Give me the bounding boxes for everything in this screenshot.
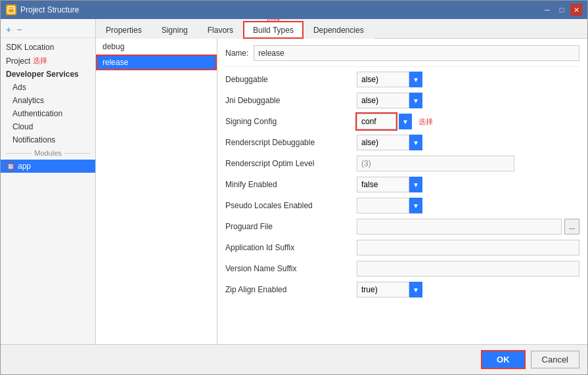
- form-panel: Name: Debuggable ▼ Jni Debuggable: [217, 39, 587, 344]
- minify-enabled-dropdown-group: ▼: [357, 177, 422, 192]
- sidebar-item-analytics[interactable]: Analytics: [1, 94, 95, 107]
- pseudo-locales-input[interactable]: [357, 198, 409, 213]
- zip-align-arrow[interactable]: ▼: [409, 282, 422, 298]
- name-label: Name:: [225, 49, 248, 58]
- project-structure-dialog: Project Structure ─ □ ✕ + − SDK Location…: [0, 0, 588, 375]
- pseudo-locales-label: Pseudo Locales Enabled: [225, 201, 357, 210]
- tab-flavors[interactable]: Flavors: [198, 21, 243, 39]
- tab-build-types-label: Build Types: [253, 26, 294, 35]
- renderscript-debuggable-label: Renderscript Debuggable: [225, 138, 357, 147]
- close-button[interactable]: ✕: [570, 4, 582, 16]
- minimize-button[interactable]: ─: [541, 4, 553, 16]
- sidebar-item-ads[interactable]: Ads: [1, 81, 95, 94]
- app-id-suffix-label: Application Id Suffix: [225, 243, 357, 252]
- sidebar-item-developer-services[interactable]: Developer Services: [1, 68, 95, 81]
- sidebar-toolbar: + −: [1, 22, 95, 38]
- title-bar: Project Structure ─ □ ✕: [1, 1, 587, 19]
- debuggable-dropdown-group: ▼: [357, 72, 422, 87]
- minify-enabled-row: Minify Enabled ▼: [225, 176, 579, 193]
- sidebar-project-label: Project: [6, 56, 30, 66]
- jni-debuggable-row: Jni Debuggable ▼: [225, 92, 579, 109]
- remove-button[interactable]: −: [15, 24, 23, 35]
- window-title: Project Structure: [20, 5, 541, 14]
- pseudo-locales-row: Pseudo Locales Enabled ▼: [225, 197, 579, 214]
- debuggable-input[interactable]: [357, 72, 409, 87]
- build-types-xz: 选择: [266, 19, 281, 24]
- version-name-suffix-row: Version Name Suffix: [225, 260, 579, 277]
- content-area: + − SDK Location Project 选择 Developer Se…: [1, 19, 587, 344]
- sidebar: + − SDK Location Project 选择 Developer Se…: [1, 19, 96, 344]
- cancel-button[interactable]: Cancel: [531, 351, 579, 368]
- tabs-wrapper: Properties Signing Flavors 选择 Build Type…: [96, 19, 587, 39]
- renderscript-debuggable-input[interactable]: [357, 135, 409, 150]
- list-item-release[interactable]: release: [96, 55, 217, 70]
- debuggable-row: Debuggable ▼: [225, 71, 579, 88]
- name-row: Name:: [225, 43, 579, 67]
- renderscript-debuggable-row: Renderscript Debuggable ▼: [225, 134, 579, 151]
- list-item-debug[interactable]: debug: [96, 39, 217, 55]
- tab-content: debug release Name: Debuggable: [96, 39, 587, 344]
- app-id-suffix-row: Application Id Suffix: [225, 239, 579, 256]
- main-area: Properties Signing Flavors 选择 Build Type…: [96, 19, 587, 344]
- sidebar-item-app[interactable]: ▦ app: [1, 160, 95, 173]
- renderscript-debuggable-arrow[interactable]: ▼: [409, 135, 422, 150]
- window-controls: ─ □ ✕: [541, 4, 582, 16]
- app-id-suffix-input[interactable]: [357, 240, 579, 255]
- jni-debuggable-dropdown-group: ▼: [357, 93, 422, 108]
- signing-config-label: Signing Config: [225, 117, 357, 126]
- version-name-suffix-label: Version Name Suffix: [225, 264, 357, 273]
- sidebar-item-cloud[interactable]: Cloud: [1, 120, 95, 133]
- zip-align-row: Zip Align Enabled ▼: [225, 281, 579, 298]
- zip-align-dropdown-group: ▼: [357, 282, 422, 298]
- minify-enabled-label: Minify Enabled: [225, 180, 357, 189]
- minify-enabled-arrow[interactable]: ▼: [409, 177, 422, 192]
- tabs-bar: Properties Signing Flavors 选择 Build Type…: [96, 19, 587, 39]
- modules-divider: Modules: [1, 146, 95, 160]
- maximize-button[interactable]: □: [556, 4, 568, 16]
- sidebar-item-project[interactable]: Project 选择: [1, 54, 95, 68]
- pseudo-locales-dropdown-group: ▼: [357, 198, 422, 213]
- zip-align-input[interactable]: [357, 282, 409, 298]
- renderscript-debuggable-dropdown-group: ▼: [357, 135, 422, 150]
- renderscript-optim-label: Renderscript Optim Level: [225, 159, 357, 168]
- jni-debuggable-arrow[interactable]: ▼: [409, 93, 422, 108]
- browse-button[interactable]: ...: [564, 219, 579, 234]
- renderscript-optim-input[interactable]: [357, 156, 514, 171]
- tab-properties[interactable]: Properties: [96, 21, 152, 39]
- ok-button[interactable]: OK: [481, 350, 526, 369]
- pseudo-locales-arrow[interactable]: ▼: [409, 198, 422, 213]
- proguard-file-row: Proguard File ...: [225, 218, 579, 235]
- add-button[interactable]: +: [5, 24, 12, 35]
- version-name-suffix-input[interactable]: [357, 261, 579, 276]
- minify-enabled-input[interactable]: [357, 177, 409, 192]
- proguard-file-label: Proguard File: [225, 222, 357, 231]
- sidebar-item-notifications[interactable]: Notifications: [1, 133, 95, 146]
- signing-config-arrow[interactable]: ▼: [399, 114, 412, 129]
- tab-signing[interactable]: Signing: [152, 21, 198, 39]
- jni-debuggable-input[interactable]: [357, 93, 409, 108]
- project-xz-label: 选择: [33, 56, 47, 66]
- signing-config-group: ▼ 选择: [357, 114, 433, 129]
- build-type-list: debug release: [96, 39, 217, 344]
- tab-dependencies[interactable]: Dependencies: [304, 21, 374, 39]
- signing-config-row: Signing Config ▼ 选择: [225, 113, 579, 130]
- debuggable-label: Debuggable: [225, 75, 357, 84]
- window-icon: [6, 5, 16, 15]
- debuggable-arrow[interactable]: ▼: [409, 72, 422, 87]
- app-label: app: [18, 162, 31, 171]
- module-icon: ▦: [6, 162, 15, 171]
- proguard-file-input[interactable]: [357, 219, 562, 234]
- zip-align-label: Zip Align Enabled: [225, 285, 357, 294]
- signing-xz-label: 选择: [418, 117, 433, 127]
- svg-rect-0: [8, 7, 14, 13]
- jni-debuggable-label: Jni Debuggable: [225, 96, 357, 105]
- bottom-bar: OK Cancel: [1, 344, 587, 374]
- name-input[interactable]: [254, 45, 579, 61]
- tab-build-types[interactable]: 选择 Build Types: [243, 21, 304, 39]
- renderscript-optim-row: Renderscript Optim Level: [225, 155, 579, 172]
- signing-config-input[interactable]: [357, 114, 396, 129]
- sidebar-item-sdk-location[interactable]: SDK Location: [1, 41, 95, 54]
- sidebar-item-authentication[interactable]: Authentication: [1, 107, 95, 120]
